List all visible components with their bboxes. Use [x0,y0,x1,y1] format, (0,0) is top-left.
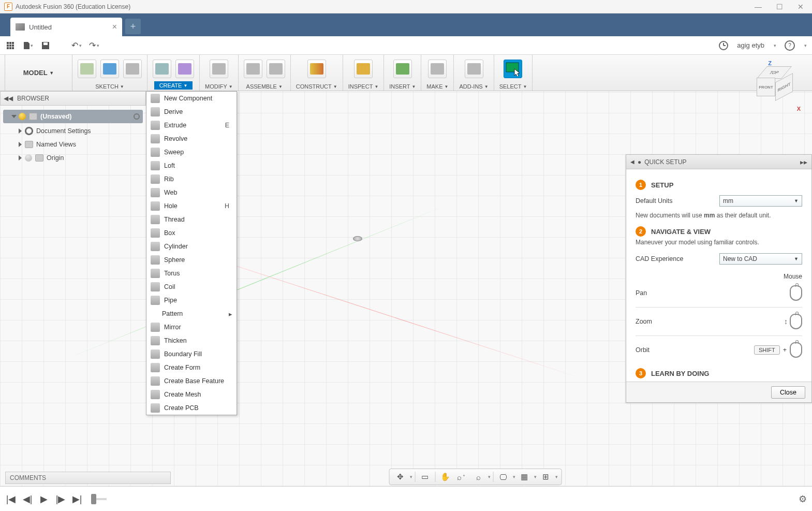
ribbon-label-inspect[interactable]: INSPECT▼ [348,83,379,90]
tree-item-document-settings[interactable]: Document Settings [0,124,146,138]
ribbon-label-insert[interactable]: INSERT▼ [389,83,416,90]
timeline-settings-button[interactable]: ⚙ [799,493,807,505]
document-tab[interactable]: Untitled × [10,18,122,36]
tree-root[interactable]: (Unsaved) [3,110,143,123]
ribbon-label-modify[interactable]: MODIFY▼ [205,83,233,90]
timeline-back-button[interactable]: ◀| [22,493,33,505]
make-tool-1[interactable] [428,60,447,78]
tree-item-named-views[interactable]: Named Views [0,138,146,151]
close-tab-button[interactable]: × [112,22,117,32]
menu-item-pattern[interactable]: Pattern [146,307,237,320]
job-status-button[interactable] [718,40,729,51]
menu-item-thicken[interactable]: Thicken [146,334,237,347]
construct-tool-1[interactable] [307,60,326,78]
menu-item-create-mesh[interactable]: Create Mesh [146,388,237,401]
timeline-forward-button[interactable]: |▶ [55,493,66,505]
comments-panel-header[interactable]: COMMENTS [5,472,171,484]
view-cube[interactable]: Z TOP FRONT RIGHT X [751,64,798,111]
user-name[interactable]: agig etyb [737,41,764,49]
ribbon-label-select[interactable]: SELECT▼ [499,83,527,90]
menu-item-rib[interactable]: Rib [146,172,237,186]
menu-item-pipe[interactable]: Pipe [146,294,237,307]
browser-header[interactable]: ◀◀ BROWSER [0,91,146,106]
help-button[interactable]: ? [785,40,795,51]
zoom-button[interactable]: ⌕⁺ [454,470,469,484]
menu-item-sweep[interactable]: Sweep [146,145,237,159]
menu-item-boundary-fill[interactable]: Boundary Fill [146,347,237,361]
viewport-button[interactable]: ⊞ [538,470,553,484]
sketch-tool-2[interactable] [100,60,119,78]
menu-item-revolve[interactable]: Revolve [146,132,237,145]
menu-item-create-base-feature[interactable]: Create Base Feature [146,374,237,388]
expand-button[interactable]: ▸▸ [800,158,807,166]
menu-item-extrude[interactable]: ExtrudeE [146,119,237,132]
cad-experience-select[interactable]: New to CAD▼ [719,253,802,265]
default-units-select[interactable]: mm▼ [719,195,802,207]
create-tool-1[interactable] [153,60,171,78]
menu-item-mirror[interactable]: Mirror [146,320,237,334]
insert-tool-1[interactable] [393,60,412,78]
tree-item-origin[interactable]: Origin [0,151,146,165]
look-at-button[interactable]: ▭ [417,470,433,484]
select-tool-1[interactable] [504,60,522,78]
menu-item-cylinder[interactable]: Cylinder [146,240,237,253]
timeline-play-button[interactable]: ▶ [38,493,50,505]
maximize-button[interactable]: ☐ [776,3,783,11]
ribbon-label-assemble[interactable]: ASSEMBLE▼ [246,83,283,90]
timeline-end-button[interactable]: ▶| [71,493,83,505]
menu-item-derive[interactable]: Derive [146,105,237,119]
menu-item-create-pcb[interactable]: Create PCB [146,401,237,415]
expand-icon[interactable] [11,115,17,118]
close-window-button[interactable]: ✕ [798,3,804,11]
save-button[interactable] [40,40,51,51]
close-button[interactable]: Close [771,386,805,399]
menu-item-web[interactable]: Web [146,186,237,199]
menu-item-hole[interactable]: HoleH [146,199,237,213]
activate-icon[interactable] [134,113,140,120]
fit-button[interactable]: ⌕ [470,470,486,484]
menu-item-create-form[interactable]: Create Form [146,361,237,374]
menu-item-thread[interactable]: Thread [146,213,237,226]
timeline-handle[interactable] [91,494,96,504]
timeline-start-button[interactable]: |◀ [5,493,17,505]
sketch-tool-3[interactable] [123,60,142,78]
data-panel-button[interactable] [5,40,16,51]
ribbon-label-make[interactable]: MAKE▼ [426,83,448,90]
lightbulb-off-icon[interactable] [25,154,32,162]
timeline-track[interactable] [91,498,107,500]
expand-icon[interactable] [19,155,22,160]
undo-button[interactable]: ↶▾ [71,40,82,51]
modify-tool-1[interactable] [210,60,228,78]
expand-icon[interactable] [19,128,22,134]
new-tab-button[interactable]: + [125,19,141,34]
lightbulb-icon[interactable] [19,113,26,120]
menu-item-sphere[interactable]: Sphere [146,253,237,267]
addins-tool-1[interactable] [465,60,483,78]
expand-icon[interactable] [19,142,22,147]
grid-settings-button[interactable]: ▦ [516,470,532,484]
menu-item-coil[interactable]: Coil [146,280,237,294]
menu-item-loft[interactable]: Loft [146,159,237,172]
ribbon-label-addins[interactable]: ADD-INS▼ [459,83,488,90]
display-settings-button[interactable]: 🖵 [495,470,511,484]
workspace-switcher[interactable]: MODEL ▼ [5,55,72,91]
orbit-button[interactable]: ✥ [392,470,408,484]
menu-item-torus[interactable]: Torus [146,267,237,280]
quick-setup-header[interactable]: ◀ ● QUICK SETUP ▸▸ [626,155,811,169]
redo-button[interactable]: ↷▾ [89,40,99,51]
pan-button[interactable]: ✋ [437,470,453,484]
ribbon-label-construct[interactable]: CONSTRUCT▼ [296,83,337,90]
ribbon-label-sketch[interactable]: SKETCH▼ [95,83,124,90]
assemble-tool-1[interactable] [244,60,262,78]
assemble-tool-2[interactable] [267,60,285,78]
menu-item-new-component[interactable]: New Component [146,92,237,105]
ribbon-label-create[interactable]: CREATE▼ [154,81,193,90]
minimize-button[interactable]: — [755,3,762,11]
file-menu-button[interactable]: ▾ [23,40,33,51]
menu-item-box[interactable]: Box [146,226,237,240]
viewcube-front[interactable]: FRONT [757,78,775,96]
create-tool-2[interactable] [175,60,194,78]
inspect-tool-1[interactable] [354,60,373,78]
sketch-tool-1[interactable] [78,60,96,78]
collapse-icon[interactable]: ◀◀ [4,95,13,102]
